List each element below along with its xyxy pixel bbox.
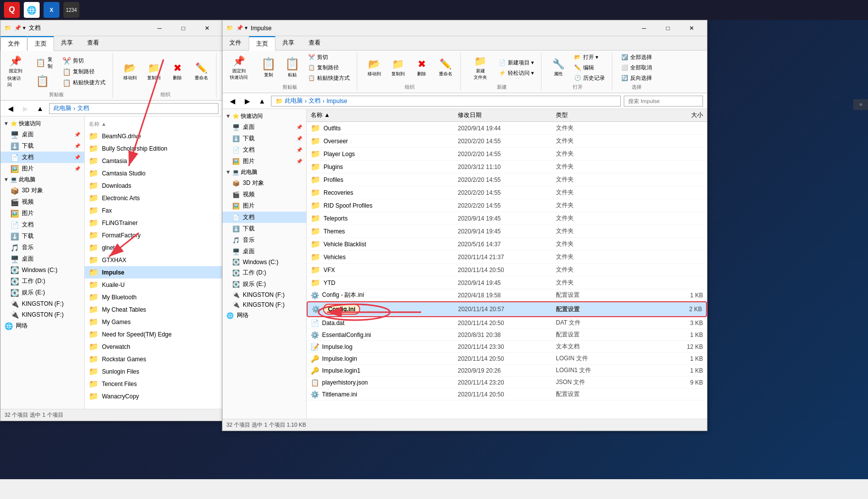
list-item[interactable]: 📁 Overwatch	[85, 340, 222, 353]
right-select-all-btn[interactable]: ☑️ 全部选择	[618, 53, 655, 62]
left-nav-docs2[interactable]: 📄 文档	[0, 219, 84, 230]
table-row[interactable]: 📁Vehicles2020/11/14 21:37文件夹	[307, 251, 707, 264]
table-row[interactable]: 🔑Impulse.login2020/11/14 20:50LOGIN 文件1 …	[307, 353, 707, 365]
left-rename-btn[interactable]: ✏️ 重命名	[190, 60, 212, 83]
right-paste-btn[interactable]: 📋 粘贴	[281, 55, 303, 80]
table-row[interactable]: 📋playerhistory.json2020/11/14 23:20JSON …	[307, 377, 707, 388]
left-nav-f1[interactable]: 🔌 KINGSTON (F:)	[0, 298, 84, 309]
left-nav-music[interactable]: 🎵 音乐	[0, 242, 84, 253]
right-easy-access-btn[interactable]: ⚡ 轻松访问 ▾	[496, 68, 537, 78]
list-item[interactable]: 📁 glnet	[85, 241, 222, 254]
table-row-themes[interactable]: 📁Themes2020/9/14 19:45文件夹	[307, 225, 707, 238]
right-nav-thispc[interactable]: ▼ 💻 此电脑	[222, 167, 306, 177]
right-copy-btn[interactable]: 📋 复制	[258, 55, 279, 80]
list-item[interactable]: 📁 Bully Scholarship Edition	[85, 142, 222, 155]
table-row[interactable]: 📁RID Spoof Profiles2020/2/20 14:55文件夹	[307, 199, 707, 212]
sidebar-panel-text[interactable]: ≡	[858, 103, 864, 106]
left-nav-desktop[interactable]: 🖥️ 桌面 📌	[0, 129, 84, 140]
table-row[interactable]: 📁YTD2020/9/14 19:45文件夹	[307, 277, 707, 289]
list-item[interactable]: 📁 Fax	[85, 204, 222, 217]
list-item[interactable]: 📁 Need for Speed(TM) Edge	[85, 328, 222, 340]
right-path-impulse[interactable]: Impulse	[326, 98, 347, 105]
left-tab-share[interactable]: 共享	[54, 36, 80, 51]
right-nav-quick-access[interactable]: ▼ ⭐ 快速访问	[222, 111, 306, 121]
right-nav-pictures[interactable]: 🖼️ 图片 📌	[222, 156, 306, 167]
left-nav-3dobjects[interactable]: 📦 3D 对象	[0, 185, 84, 196]
right-path-computer[interactable]: 此电脑	[285, 97, 303, 105]
list-item[interactable]: 📁 FormatFactory	[85, 229, 222, 241]
list-item-mycheattables[interactable]: 📁 My Cheat Tables	[85, 303, 222, 316]
left-nav-network[interactable]: 🌐 网络	[0, 320, 84, 332]
left-nav-downloads[interactable]: ⬇️ 下载 📌	[0, 140, 84, 152]
list-item[interactable]: 📁 Tencent Files	[85, 378, 222, 390]
right-col-name[interactable]: 名称 ▲	[311, 111, 458, 119]
left-copy-path-btn[interactable]: 📋 复制路径	[59, 67, 108, 77]
right-nav-desk[interactable]: 🖥️ 桌面	[222, 246, 306, 257]
left-back-btn[interactable]: ◀	[4, 103, 16, 114]
right-nav-3d[interactable]: 📦 3D 对象	[222, 177, 306, 189]
right-history-btn[interactable]: 🕐 历史记录	[571, 73, 608, 83]
taskbar-icon-1234[interactable]: 1234	[63, 2, 79, 18]
table-row[interactable]: 📁Outfits2020/9/14 19:44文件夹	[307, 122, 707, 135]
right-cut-btn[interactable]: ✂️ 剪切	[305, 53, 353, 62]
right-path-docs[interactable]: 文档	[309, 97, 321, 105]
left-nav-pictures[interactable]: 🖼️ 图片 📌	[0, 163, 84, 174]
list-item[interactable]: 📁 Camtasia	[85, 155, 222, 167]
left-path-computer[interactable]: 此电脑	[54, 104, 71, 112]
right-nav-documents[interactable]: 📄 文档 📌	[222, 144, 306, 156]
taskbar-icon-qq[interactable]: Q	[4, 2, 20, 18]
left-nav-d[interactable]: 💽 工作 (D:)	[0, 276, 84, 287]
right-address-path[interactable]: 📁 此电脑 › 文档 › Impulse	[271, 96, 621, 107]
right-close-button[interactable]: ✕	[680, 20, 703, 36]
left-maximize-button[interactable]: □	[172, 20, 195, 36]
right-minimize-button[interactable]: ─	[633, 20, 655, 36]
left-nav-e[interactable]: 💽 娱乐 (E:)	[0, 287, 84, 298]
right-tab-file[interactable]: 文件	[222, 36, 249, 50]
right-nav-desktop[interactable]: 🖥️ 桌面 📌	[222, 121, 306, 133]
left-delete-btn[interactable]: ✖ 删除	[166, 60, 188, 83]
right-new-item-btn[interactable]: 📄 新建项目 ▾	[496, 58, 537, 67]
table-row[interactable]: 📁VFX2020/11/14 20:50文件夹	[307, 264, 707, 277]
left-paste-shortcut-btn[interactable]: 📋 粘贴快捷方式	[59, 78, 108, 88]
right-nav-c[interactable]: 💽 Windows (C:)	[222, 257, 306, 267]
right-tab-view[interactable]: 查看	[302, 36, 328, 50]
list-item[interactable]: 📁 Rockstar Games	[85, 353, 222, 365]
table-row[interactable]: ⚙️EssentialConfig.ini2020/8/31 20:38配置设置…	[307, 329, 707, 341]
left-copy-btn[interactable]: 📋 复制	[33, 54, 57, 72]
right-nav-dl[interactable]: ⬇️ 下载	[222, 223, 306, 234]
left-tab-home[interactable]: 主页	[27, 36, 54, 51]
left-cut-btn[interactable]: ✂️ 剪切	[59, 56, 108, 66]
list-item[interactable]: 📁 Downloads	[85, 179, 222, 192]
right-paste-shortcut-btn[interactable]: 📋 粘贴快捷方式	[305, 73, 353, 83]
right-col-size[interactable]: 大小	[654, 111, 703, 119]
right-nav-f2[interactable]: 🔌 KINGSTON (F:)	[222, 300, 306, 310]
left-nav-c[interactable]: 💽 Windows (C:)	[0, 265, 84, 276]
left-nav-videos[interactable]: 🎬 视频	[0, 196, 84, 208]
right-nav-doc[interactable]: 📄 文档	[222, 212, 306, 223]
right-new-folder-btn[interactable]: 📁 新建文件夹	[467, 53, 494, 83]
table-row[interactable]: 📁Plugins2020/3/12 11:10文件夹	[307, 161, 707, 173]
right-open-btn[interactable]: 📂 打开 ▾	[571, 53, 608, 62]
right-select-none-btn[interactable]: ⬜ 全部取消	[618, 63, 655, 72]
left-nav-images[interactable]: 🖼️ 图片	[0, 208, 84, 219]
right-nav-pic[interactable]: 🖼️ 图片	[222, 200, 306, 212]
right-edit-btn[interactable]: ✏️ 编辑	[571, 63, 608, 72]
left-nav-f2[interactable]: 🔌 KINGSTON (F:)	[0, 309, 84, 320]
right-tab-home[interactable]: 主页	[249, 36, 275, 51]
left-nav-thispc[interactable]: ▼ 💻 此电脑	[0, 174, 84, 185]
left-nav-documents[interactable]: 📄 文档 📌	[0, 152, 84, 163]
table-row[interactable]: 📁Vehicle Blacklist2020/5/16 14:37文件夹	[307, 238, 707, 251]
list-item[interactable]: 📁 Electronic Arts	[85, 192, 222, 204]
right-tab-share[interactable]: 共享	[275, 36, 302, 50]
right-nav-e[interactable]: 💽 娱乐 (E:)	[222, 278, 306, 290]
table-row[interactable]: 🔑Impulse.login12020/9/19 20:26LOGIN1 文件1…	[307, 365, 707, 377]
list-item[interactable]: 📁 Sunlogin Files	[85, 365, 222, 378]
left-nav-quick-access[interactable]: ▼ ⭐ 快速访问	[0, 118, 84, 129]
left-copyto-btn[interactable]: 📁 复制到	[143, 60, 164, 83]
left-forward-btn[interactable]: ▶	[19, 103, 31, 114]
right-nav-f1[interactable]: 🔌 KINGSTON (F:)	[222, 290, 306, 300]
right-col-date[interactable]: 修改日期	[458, 111, 556, 119]
right-nav-downloads[interactable]: ⬇️ 下载 📌	[222, 133, 306, 144]
left-path-docs[interactable]: 文档	[77, 104, 89, 112]
left-minimize-button[interactable]: ─	[148, 20, 171, 36]
